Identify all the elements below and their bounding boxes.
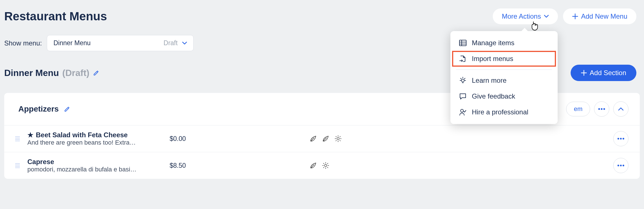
page-title: Restaurant Menus [4, 10, 107, 23]
more-actions-label: More Actions [502, 12, 541, 20]
svg-line-37 [465, 78, 465, 79]
collapse-section-button[interactable] [613, 101, 628, 117]
dropdown-item-label: Learn more [472, 77, 507, 84]
svg-point-31 [461, 79, 464, 82]
section-title: Appetizers [18, 104, 59, 114]
dropdown-separator [456, 69, 552, 70]
chevron-down-icon [544, 15, 549, 18]
svg-point-1 [601, 108, 603, 110]
menu-select-status: Draft [164, 39, 178, 47]
show-menu-label: Show menu: [4, 39, 42, 47]
dropdown-item-label: Import menus [472, 55, 513, 63]
dropdown-item-import-menus[interactable]: Import menus [452, 51, 556, 67]
dropdown-item-hire-professional[interactable]: Hire a professional [450, 104, 558, 120]
svg-line-23 [327, 163, 328, 164]
item-description: pomodori, mozzarella di bufala e basi… [27, 166, 163, 173]
add-new-menu-label: Add New Menu [581, 12, 627, 20]
svg-point-14 [623, 138, 624, 140]
svg-point-13 [620, 138, 622, 140]
leaf-icon [309, 134, 317, 143]
plus-icon [572, 13, 578, 19]
menu-select-value: Dinner Menu [53, 39, 91, 47]
menu-item-row[interactable]: Caprese pomodori, mozzarella di bufala e… [4, 152, 640, 179]
dropdown-item-label: Give feedback [472, 92, 515, 100]
chat-icon [459, 93, 467, 100]
leaf-icon [321, 134, 330, 143]
current-menu-status: (Draft) [62, 68, 89, 78]
item-description: And there are green beans too! Extra… [27, 139, 163, 146]
drag-handle-icon[interactable] [16, 136, 21, 141]
menu-select[interactable]: Dinner Menu Draft [47, 35, 194, 51]
edit-section-icon[interactable] [64, 106, 71, 112]
dropdown-item-manage-items[interactable]: Manage items [450, 35, 558, 51]
dropdown-item-label: Manage items [472, 39, 514, 47]
import-icon [459, 55, 467, 62]
svg-point-26 [623, 165, 624, 166]
add-section-button[interactable]: Add Section [571, 65, 636, 81]
item-price: $8.50 [170, 162, 212, 169]
chevron-down-icon [182, 42, 187, 45]
dropdown-item-give-feedback[interactable]: Give feedback [450, 88, 558, 104]
svg-point-0 [598, 108, 600, 110]
menu-item-row[interactable]: ★ Beet Salad with Feta Cheese And there … [4, 125, 640, 152]
item-name: Beet Salad with Feta Cheese [36, 131, 128, 139]
sun-icon [334, 134, 342, 143]
svg-line-8 [336, 136, 336, 137]
grid-icon [459, 40, 467, 46]
svg-point-38 [461, 109, 463, 112]
more-dots-icon [617, 138, 625, 140]
more-dots-icon [598, 108, 605, 110]
add-item-button[interactable]: em [566, 102, 590, 116]
edit-menu-icon[interactable] [93, 69, 100, 76]
plus-icon [581, 70, 587, 76]
leaf-icon [309, 161, 317, 170]
more-actions-button[interactable]: More Actions [493, 8, 558, 24]
lightbulb-icon [459, 77, 467, 84]
section-more-button[interactable] [594, 101, 609, 117]
svg-rect-27 [459, 40, 466, 46]
svg-line-21 [327, 167, 328, 168]
svg-point-24 [617, 165, 619, 166]
more-dots-icon [617, 164, 625, 167]
add-item-partial-label: em [574, 105, 582, 113]
dropdown-item-learn-more[interactable]: Learn more [450, 73, 558, 88]
svg-point-2 [603, 108, 605, 110]
dropdown-item-label: Hire a professional [472, 108, 528, 116]
chevron-up-icon [618, 107, 624, 111]
add-section-label: Add Section [590, 69, 626, 77]
item-more-button[interactable] [613, 131, 628, 146]
svg-line-10 [336, 140, 336, 141]
item-more-button[interactable] [613, 158, 628, 173]
svg-line-22 [323, 167, 324, 168]
svg-line-9 [340, 140, 340, 141]
item-name: Caprese [27, 158, 54, 166]
svg-line-36 [461, 78, 461, 79]
svg-point-15 [325, 164, 327, 167]
svg-line-11 [340, 136, 340, 137]
svg-point-3 [337, 138, 339, 140]
item-price: $0.00 [170, 135, 212, 143]
add-new-menu-button[interactable]: Add New Menu [563, 8, 636, 24]
drag-handle-icon[interactable] [16, 163, 21, 168]
current-menu-name: Dinner Menu [4, 68, 59, 78]
more-actions-dropdown: Manage items Import menus Learn more Giv… [450, 31, 558, 124]
star-icon: ★ [27, 131, 34, 139]
svg-point-25 [620, 165, 622, 166]
svg-point-12 [617, 138, 619, 140]
sun-icon [321, 161, 330, 170]
svg-line-20 [323, 163, 324, 164]
person-icon [459, 108, 467, 116]
